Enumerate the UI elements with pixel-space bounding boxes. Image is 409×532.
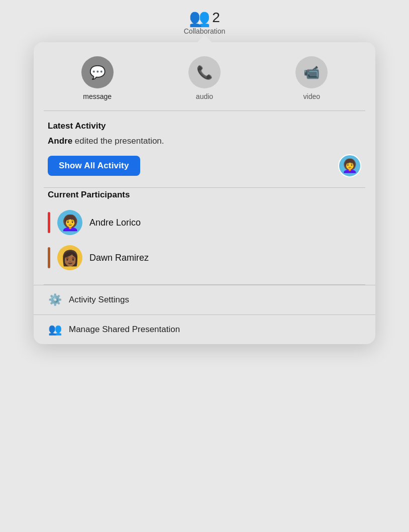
message-action[interactable]: 💬 message bbox=[81, 56, 114, 100]
participant-indicator-andre bbox=[48, 212, 50, 233]
video-label: video bbox=[303, 92, 320, 100]
manage-shared-item[interactable]: 👥 Manage Shared Presentation bbox=[34, 314, 375, 344]
latest-activity-title: Latest Activity bbox=[48, 121, 361, 131]
participant-row: 👩‍🦱 Andre Lorico bbox=[48, 205, 361, 240]
manage-shared-label: Manage Shared Presentation bbox=[69, 325, 180, 335]
menu-section: ⚙️ Activity Settings 👥 Manage Shared Pre… bbox=[34, 285, 375, 344]
participant-avatar-dawn: 👩🏾 bbox=[57, 245, 82, 270]
audio-label: audio bbox=[196, 92, 213, 100]
message-label: message bbox=[83, 92, 112, 100]
collaboration-panel: 💬 message 📞 audio 📹 video Latest Activit… bbox=[34, 42, 375, 344]
activity-actor: Andre bbox=[48, 136, 72, 146]
participant-avatar-emoji-andre: 👩‍🦱 bbox=[61, 214, 79, 232]
audio-icon: 📞 bbox=[196, 65, 213, 80]
activity-row: Show All Activity 👩‍🦱 bbox=[48, 154, 361, 177]
activity-settings-label: Activity Settings bbox=[69, 295, 129, 305]
show-all-activity-button[interactable]: Show All Activity bbox=[48, 156, 140, 176]
video-icon: 📹 bbox=[303, 65, 320, 80]
participants-section: Current Participants 👩‍🦱 Andre Lorico 👩🏾… bbox=[34, 188, 375, 284]
collaboration-header: 👥 2 Collaboration bbox=[184, 0, 226, 35]
message-circle: 💬 bbox=[81, 56, 114, 88]
message-icon: 💬 bbox=[89, 65, 106, 80]
audio-action[interactable]: 📞 audio bbox=[188, 56, 221, 100]
video-circle: 📹 bbox=[295, 56, 328, 88]
activity-settings-icon: ⚙️ bbox=[48, 293, 62, 306]
latest-activity-section: Latest Activity Andre edited the present… bbox=[34, 111, 375, 187]
activity-avatar-emoji: 👩‍🦱 bbox=[342, 158, 358, 174]
action-row: 💬 message 📞 audio 📹 video bbox=[34, 42, 375, 111]
participant-indicator-dawn bbox=[48, 247, 50, 268]
video-action[interactable]: 📹 video bbox=[295, 56, 328, 100]
activity-text: Andre edited the presentation. bbox=[48, 136, 361, 146]
activity-description: edited the presentation. bbox=[72, 136, 164, 146]
collaboration-count: 2 bbox=[212, 10, 220, 26]
activity-avatar: 👩‍🦱 bbox=[338, 154, 361, 177]
activity-settings-item[interactable]: ⚙️ Activity Settings bbox=[34, 285, 375, 314]
manage-shared-icon: 👥 bbox=[48, 323, 62, 336]
participant-name-dawn: Dawn Ramirez bbox=[89, 253, 149, 263]
audio-circle: 📞 bbox=[188, 56, 221, 88]
collaboration-icon: 👥 bbox=[189, 9, 210, 26]
participant-row-dawn: 👩🏾 Dawn Ramirez bbox=[48, 240, 361, 275]
panel-caret bbox=[197, 34, 212, 42]
participant-avatar-emoji-dawn: 👩🏾 bbox=[61, 249, 79, 267]
participant-avatar-andre: 👩‍🦱 bbox=[57, 210, 82, 235]
participants-title: Current Participants bbox=[48, 190, 361, 200]
participant-name-andre: Andre Lorico bbox=[89, 218, 141, 228]
